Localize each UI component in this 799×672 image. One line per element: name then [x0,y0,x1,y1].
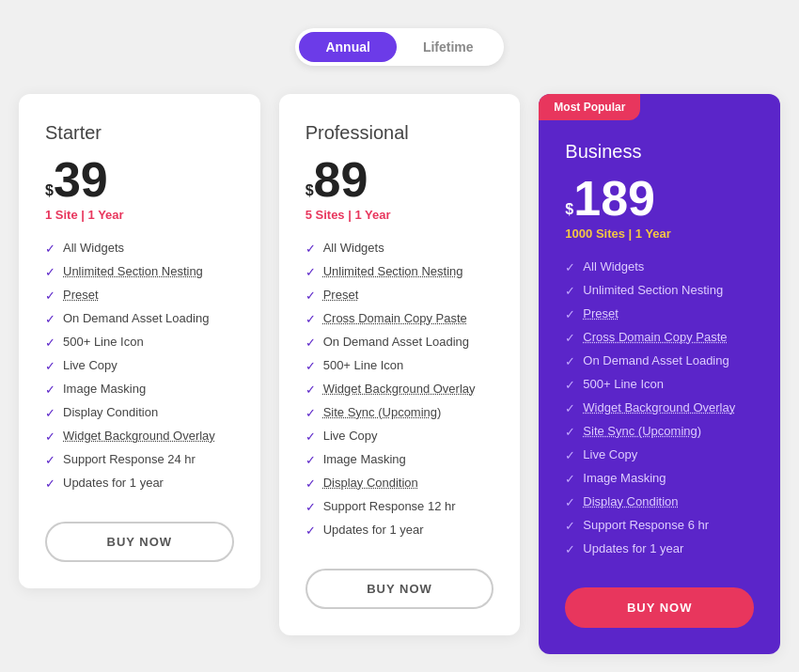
cards-container: Starter $ 39 1 Site | 1 Year ✓All Widget… [19,94,780,654]
list-item: ✓Support Response 24 hr [45,452,234,467]
price-amount-starter: 39 [54,155,108,204]
check-icon: ✓ [565,354,575,368]
buy-button-business[interactable]: BUY NOW [565,587,754,628]
list-item: ✓Live Copy [565,447,754,462]
list-item: ✓Support Response 12 hr [306,499,494,514]
check-icon: ✓ [565,448,575,462]
check-icon: ✓ [306,500,316,514]
check-icon: ✓ [45,477,55,491]
plan-name-starter: Starter [45,122,234,144]
tab-switcher: Annual Lifetime [295,28,503,66]
check-icon: ✓ [45,453,55,467]
price-period-starter: 1 Site | 1 Year [45,208,234,222]
list-item: ✓Updates for 1 year [565,541,754,556]
check-icon: ✓ [565,425,575,439]
check-icon: ✓ [565,331,575,345]
list-item: ✓500+ Line Icon [306,358,494,373]
check-icon: ✓ [45,312,55,326]
list-item: ✓On Demand Asset Loading [565,353,754,368]
check-icon: ✓ [306,524,316,538]
check-icon: ✓ [565,472,575,486]
list-item: ✓Cross Domain Copy Paste [306,311,494,326]
list-item: ✓Image Masking [306,452,494,467]
list-item: ✓All Widgets [306,241,494,256]
check-icon: ✓ [306,312,316,326]
check-icon: ✓ [306,453,316,467]
list-item: ✓Cross Domain Copy Paste [565,330,754,345]
check-icon: ✓ [306,359,316,373]
check-icon: ✓ [306,477,316,491]
check-icon: ✓ [565,495,575,509]
card-business: Most Popular Business $ 189 1000 Sites |… [539,94,780,654]
check-icon: ✓ [45,430,55,444]
list-item: ✓Display Condition [306,476,494,491]
check-icon: ✓ [45,265,55,279]
check-icon: ✓ [45,242,55,256]
list-item: ✓Widget Background Overlay [565,400,754,415]
check-icon: ✓ [306,242,316,256]
list-item: ✓Site Sync (Upcoming) [306,405,494,420]
list-item: ✓Support Response 6 hr [565,518,754,533]
check-icon: ✓ [306,289,316,303]
list-item: ✓Updates for 1 year [45,476,234,491]
check-icon: ✓ [306,383,316,397]
check-icon: ✓ [306,265,316,279]
features-business: ✓All Widgets ✓Unlimited Section Nesting … [565,259,754,565]
check-icon: ✓ [45,383,55,397]
list-item: ✓500+ Line Icon [45,335,234,350]
list-item: ✓All Widgets [565,259,754,274]
check-icon: ✓ [565,307,575,321]
price-dollar-professional: $ [306,183,314,198]
list-item: ✓Updates for 1 year [306,523,494,538]
features-professional: ✓All Widgets ✓Unlimited Section Nesting … [306,241,494,546]
tab-lifetime[interactable]: Lifetime [397,32,500,62]
plan-name-professional: Professional [306,122,494,144]
list-item: ✓Widget Background Overlay [45,429,234,444]
price-dollar-starter: $ [45,183,54,198]
list-item: ✓Image Masking [45,382,234,397]
list-item: ✓Unlimited Section Nesting [45,264,234,279]
list-item: ✓Preset [565,306,754,321]
list-item: ✓On Demand Asset Loading [45,311,234,326]
price-period-professional: 5 Sites | 1 Year [306,208,494,222]
check-icon: ✓ [45,336,55,350]
check-icon: ✓ [45,289,55,303]
list-item: ✓On Demand Asset Loading [306,335,494,350]
price-period-business: 1000 Sites | 1 Year [565,227,754,241]
list-item: ✓Display Condition [45,405,234,420]
check-icon: ✓ [45,359,55,373]
list-item: ✓Preset [306,288,494,303]
buy-button-professional[interactable]: BUY NOW [306,569,494,609]
list-item: ✓Preset [45,288,234,303]
list-item: ✓Site Sync (Upcoming) [565,424,754,439]
plan-name-business: Business [565,141,754,163]
price-amount-business: 189 [573,174,655,223]
check-icon: ✓ [565,401,575,415]
check-icon: ✓ [565,519,575,533]
card-starter: Starter $ 39 1 Site | 1 Year ✓All Widget… [19,94,260,588]
check-icon: ✓ [306,336,316,350]
check-icon: ✓ [306,430,316,444]
price-amount-professional: 89 [314,155,368,204]
list-item: ✓500+ Line Icon [565,377,754,392]
list-item: ✓Display Condition [565,494,754,509]
tab-annual[interactable]: Annual [299,32,396,62]
features-starter: ✓All Widgets ✓Unlimited Section Nesting … [45,241,234,499]
most-popular-badge: Most Popular [539,94,640,120]
list-item: ✓Live Copy [306,429,494,444]
check-icon: ✓ [565,284,575,298]
check-icon: ✓ [45,406,55,420]
card-professional: Professional $ 89 5 Sites | 1 Year ✓All … [279,94,521,635]
check-icon: ✓ [565,542,575,556]
check-icon: ✓ [306,406,316,420]
buy-button-starter[interactable]: BUY NOW [45,522,234,562]
list-item: ✓Image Masking [565,471,754,486]
list-item: ✓Unlimited Section Nesting [565,283,754,298]
list-item: ✓All Widgets [45,241,234,256]
list-item: ✓Live Copy [45,358,234,373]
list-item: ✓Widget Background Overlay [306,382,494,397]
check-icon: ✓ [565,260,575,274]
price-dollar-business: $ [565,202,573,217]
list-item: ✓Unlimited Section Nesting [306,264,494,279]
check-icon: ✓ [565,378,575,392]
